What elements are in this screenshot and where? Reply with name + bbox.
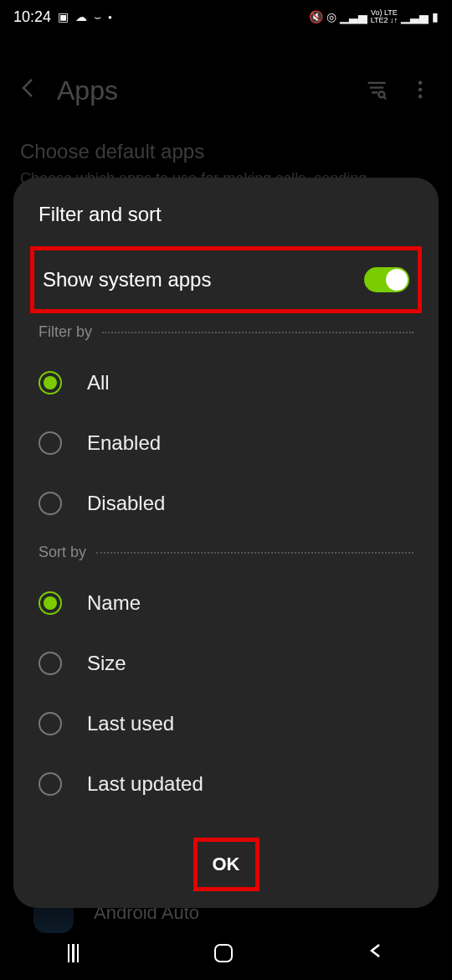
filter-by-label: Filter by: [39, 323, 92, 341]
signal-icon-1: ▁▃▅: [340, 10, 367, 23]
show-system-apps-toggle[interactable]: [364, 267, 409, 292]
cloud-icon: ☁: [75, 10, 87, 23]
sort-option-last-used[interactable]: Last used: [39, 694, 413, 754]
highlight-show-system-apps: Show system apps: [30, 246, 422, 313]
radio-icon: [39, 591, 62, 615]
home-button[interactable]: [214, 944, 233, 962]
hotspot-icon: ◎: [326, 10, 336, 23]
sort-option-last-updated[interactable]: Last updated: [39, 754, 413, 814]
status-time: 10:24: [13, 8, 51, 26]
back-button[interactable]: [367, 942, 384, 964]
status-bar: 10:24 ▣ ☁ ⌣ ● 🔇 ◎ ▁▃▅ Vo) LTELTE2 ↓↑ ▁▃▅…: [0, 0, 452, 34]
radio-icon: [39, 772, 62, 796]
background-apps-screen: Apps Choose default apps Choose which ap…: [0, 34, 452, 188]
radio-icon: [39, 371, 62, 395]
dot-icon: ●: [108, 13, 112, 21]
radio-icon: [39, 652, 62, 675]
filter-option-enabled[interactable]: Enabled: [39, 413, 413, 473]
svg-point-3: [419, 94, 423, 98]
highlight-ok-button: OK: [193, 838, 259, 891]
show-system-apps-row[interactable]: Show system apps: [43, 250, 409, 309]
sort-by-label: Sort by: [39, 544, 86, 561]
filter-sort-dialog: Filter and sort Show system apps Filter …: [13, 178, 439, 908]
lte-indicator: Vo) LTELTE2 ↓↑: [371, 9, 398, 24]
smile-icon: ⌣: [94, 10, 101, 24]
radio-icon: [39, 712, 62, 735]
svg-point-2: [419, 87, 423, 91]
more-icon[interactable]: [408, 78, 432, 105]
signal-icon-2: ▁▃▅: [401, 10, 429, 23]
svg-point-1: [419, 80, 423, 85]
recents-button[interactable]: [68, 944, 80, 962]
ok-button[interactable]: OK: [198, 842, 255, 887]
radio-icon: [39, 492, 62, 515]
filter-option-disabled[interactable]: Disabled: [39, 473, 413, 534]
mute-icon: 🔇: [309, 10, 323, 23]
default-apps-heading: Choose default apps: [20, 140, 432, 163]
navigation-bar: [0, 933, 452, 973]
dialog-title: Filter and sort: [39, 203, 413, 226]
gallery-icon: ▣: [58, 10, 69, 23]
search-filter-icon[interactable]: [365, 78, 388, 105]
radio-icon: [39, 431, 62, 455]
page-title: Apps: [57, 75, 345, 106]
sort-option-size[interactable]: Size: [39, 633, 413, 694]
svg-point-0: [378, 91, 384, 97]
toggle-label: Show system apps: [43, 268, 211, 291]
filter-option-all[interactable]: All: [39, 353, 413, 413]
battery-icon: ▮: [432, 10, 439, 23]
back-icon[interactable]: [20, 76, 37, 106]
sort-option-name[interactable]: Name: [39, 573, 413, 633]
